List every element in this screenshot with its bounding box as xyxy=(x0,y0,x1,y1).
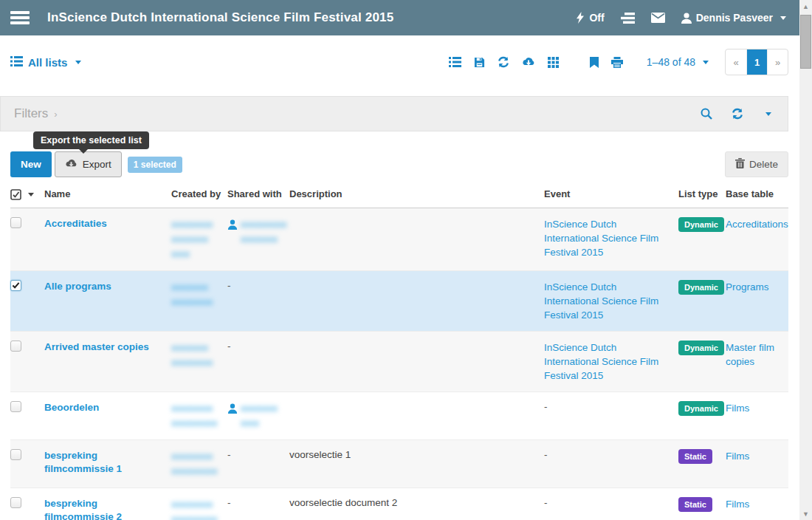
base-table-link[interactable]: Master film copies xyxy=(726,342,774,367)
shared-user[interactable]: xxxxxxxx xyxy=(227,401,283,416)
list-view-button[interactable] xyxy=(449,57,461,67)
base-table-link[interactable]: Accreditations xyxy=(726,219,788,230)
empty-value: - xyxy=(227,341,231,352)
chevron-down-icon[interactable] xyxy=(765,112,771,116)
user-name: Dennis Pasveer xyxy=(696,12,773,24)
new-button[interactable]: New xyxy=(10,151,52,177)
user-menu[interactable]: Dennis Pasveer xyxy=(681,12,786,24)
view-selector-label: All lists xyxy=(28,56,67,69)
page-prev-button[interactable]: « xyxy=(726,49,746,75)
bookmark-button[interactable] xyxy=(590,57,599,68)
table-row: Accreditatiesxxxxxxxxxxxxxxxxxxxxxxxxxxx… xyxy=(10,208,788,271)
print-button[interactable] xyxy=(611,57,623,68)
column-header-description[interactable]: Description xyxy=(289,182,544,208)
page-next-button[interactable]: » xyxy=(767,49,788,75)
column-header-shared-with[interactable]: Shared with xyxy=(227,182,289,208)
list-name-link[interactable]: bespreking filmcommissie 2 xyxy=(44,497,165,520)
redacted-text: xxxxxxxxx xyxy=(171,295,221,309)
cloud-download-button[interactable] xyxy=(522,57,535,67)
tasks-icon xyxy=(621,13,635,24)
bolt-icon xyxy=(576,12,585,24)
shared-with-cell: xxxxxxxxxxxx xyxy=(227,392,289,440)
column-header-created-by[interactable]: Created by xyxy=(171,182,227,208)
page-current-button[interactable]: 1 xyxy=(746,49,767,75)
row-checkbox[interactable] xyxy=(10,217,21,228)
redacted-text: xxxxxxxxx xyxy=(171,449,221,464)
chevron-down-icon xyxy=(75,61,81,64)
redacted-text: xxxxxxxx xyxy=(171,341,221,355)
event-cell: - xyxy=(544,440,678,488)
event-cell: - xyxy=(544,488,678,520)
base-table-link[interactable]: Programs xyxy=(726,281,769,292)
list-name-link[interactable]: Alle programs xyxy=(44,280,111,293)
grid-view-button[interactable] xyxy=(548,57,559,68)
scrollbar-thumb[interactable] xyxy=(800,15,811,69)
column-header-event[interactable]: Event xyxy=(544,182,678,208)
description-cell xyxy=(289,208,544,271)
user-icon xyxy=(227,219,238,230)
row-checkbox[interactable] xyxy=(10,280,21,291)
list-name-link[interactable]: bespreking filmcommissie 1 xyxy=(44,449,165,476)
empty-value: - xyxy=(227,280,231,291)
filters-refresh-icon[interactable] xyxy=(732,108,743,120)
base-table-link[interactable]: Films xyxy=(726,403,749,414)
scroll-up-arrow[interactable]: ▲ xyxy=(799,0,812,13)
select-all-dropdown[interactable] xyxy=(10,189,38,200)
created-by-cell: xxxxxxxxxxxxxxxxxxx xyxy=(171,392,227,440)
scroll-down-arrow[interactable]: ▼ xyxy=(799,507,812,520)
created-by-cell: xxxxxxxxxxxxxxxxx xyxy=(171,271,227,332)
list-name-link[interactable]: Accreditaties xyxy=(44,217,107,230)
table-row: Alle programsxxxxxxxxxxxxxxxxx-InScience… xyxy=(10,271,788,332)
table-row: bespreking filmcommissie 1xxxxxxxxxxxxxx… xyxy=(10,440,788,488)
event-link[interactable]: InScience Dutch International Science Fi… xyxy=(544,219,658,258)
list-type-badge: Static xyxy=(678,449,712,464)
row-checkbox[interactable] xyxy=(10,497,21,508)
list-name-link[interactable]: Beoordelen xyxy=(44,401,99,414)
empty-value: - xyxy=(544,497,548,508)
menu-icon[interactable] xyxy=(10,11,30,24)
range-selector[interactable]: 1–48 of 48 xyxy=(647,56,709,68)
top-navbar: InScience Dutch International Science Fi… xyxy=(0,0,799,35)
app-title: InScience Dutch International Science Fi… xyxy=(47,10,393,25)
tooltip: Export the selected list xyxy=(33,131,149,149)
redacted-text: xxxxxxxx xyxy=(241,232,283,247)
event-link[interactable]: InScience Dutch International Science Fi… xyxy=(544,342,658,381)
list-name-link[interactable]: Arrived master copies xyxy=(44,341,149,354)
pagination: « 1 » xyxy=(725,49,788,75)
chevron-down-icon xyxy=(28,193,34,196)
view-selector-all-lists[interactable]: All lists xyxy=(10,56,81,69)
base-table-link[interactable]: Films xyxy=(726,451,749,462)
tasks-button[interactable] xyxy=(621,13,635,24)
cloud-download-icon xyxy=(65,159,78,171)
list-type-badge: Dynamic xyxy=(678,217,724,232)
shared-with-cell: - xyxy=(227,332,289,392)
row-checkbox[interactable] xyxy=(10,341,21,352)
shared-user[interactable]: xxxxxxxxxx xyxy=(227,217,283,232)
messages-button[interactable] xyxy=(651,13,665,23)
column-header-name[interactable]: Name xyxy=(44,182,171,208)
vertical-scrollbar[interactable]: ▲ ▼ xyxy=(799,0,812,520)
filters-toggle[interactable]: Filters › xyxy=(14,106,58,121)
redacted-text: xxxxxxxxxx xyxy=(171,512,221,520)
shared-with-cell: - xyxy=(227,440,289,488)
event-link[interactable]: InScience Dutch International Science Fi… xyxy=(544,281,658,321)
table-row: bespreking filmcommissie 2xxxxxxxxxxxxxx… xyxy=(10,488,788,520)
row-checkbox[interactable] xyxy=(10,449,21,460)
list-toolbar: All lists 1–48 of 48 « 1 » xyxy=(0,35,799,86)
refresh-button[interactable] xyxy=(498,56,509,68)
search-icon[interactable] xyxy=(701,108,712,120)
redacted-text: xxxxxxxx xyxy=(171,280,221,295)
description-cell xyxy=(289,332,544,392)
base-table-link[interactable]: Films xyxy=(726,499,749,510)
save-button[interactable] xyxy=(474,57,485,68)
row-checkbox[interactable] xyxy=(10,401,21,412)
redacted-text: xxxxxxxxx xyxy=(171,355,221,370)
power-toggle[interactable]: Off xyxy=(576,12,604,24)
column-header-list-type[interactable]: List type xyxy=(678,182,726,208)
description-cell: voorselectie document 2 xyxy=(289,488,544,520)
shared-with-cell: - xyxy=(227,271,289,332)
export-button[interactable]: Export xyxy=(55,151,122,177)
column-header-base-table[interactable]: Base table xyxy=(726,182,788,208)
delete-button[interactable]: Delete xyxy=(725,151,788,177)
empty-value: - xyxy=(544,449,548,460)
